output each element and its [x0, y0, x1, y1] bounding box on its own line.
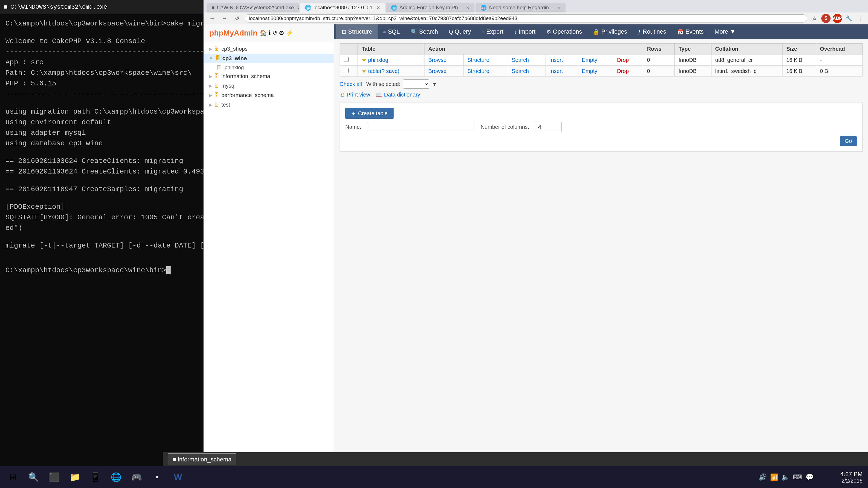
tab-localhost-close[interactable]: ✕ — [376, 5, 380, 10]
refresh-button[interactable]: ↺ — [232, 14, 242, 23]
phinxlog-structure-link[interactable]: Structure — [467, 57, 489, 63]
tab-fk-close[interactable]: ✕ — [466, 5, 469, 10]
console-tab[interactable]: ■ information_schema — [168, 453, 236, 465]
nav-export[interactable]: ↑ Export — [476, 24, 509, 39]
table2-checkbox[interactable] — [344, 68, 348, 73]
sidebar-item-mysql[interactable]: ▶ 🗄 mysql — [204, 81, 334, 91]
pma-home-icon[interactable]: 🏠 — [259, 30, 267, 37]
extension-icon[interactable]: 🔧 — [844, 14, 854, 23]
table2-empty-cell: Empty — [578, 66, 613, 77]
nav-operations[interactable]: ⚙ Operations — [541, 24, 588, 39]
sidebar-item-performance[interactable]: ▶ 🗄 performance_schema — [204, 91, 334, 100]
nav-import[interactable]: ↓ Import — [509, 24, 541, 39]
more-nav-icon: ▼ — [730, 28, 736, 35]
data-dictionary-link[interactable]: 📖 Data dictionary — [376, 91, 420, 98]
search-nav-icon: 🔍 — [411, 29, 417, 35]
nav-routines[interactable]: ƒ Routines — [632, 24, 672, 39]
table2-drop-link[interactable]: Drop — [617, 68, 629, 74]
table-cols-input[interactable] — [535, 122, 562, 132]
table2-insert-link[interactable]: Insert — [549, 68, 563, 74]
user-profile-btn[interactable]: S — [822, 14, 831, 23]
systray: 🔊 📶 🔈 ⌨ 💬 — [759, 474, 814, 481]
pma-exit-icon[interactable]: ⚡ — [286, 30, 293, 37]
phinxlog-name-link[interactable]: phinxlog — [368, 57, 389, 63]
privileges-nav-label: Privileges — [601, 28, 627, 35]
terminal-taskbar-button[interactable]: ▪ — [148, 468, 167, 486]
bookmark-icon[interactable]: ☆ — [810, 14, 819, 23]
table-name-input[interactable] — [367, 122, 475, 132]
word-icon: W — [174, 472, 182, 482]
nav-events[interactable]: 📅 Events — [672, 24, 709, 39]
export-nav-label: Export — [486, 28, 503, 35]
pma-db-list: ▶ 🗄 cp3_shops ▼ 🗄 cp3_wine 📋 phinxlog ▶ … — [204, 42, 334, 112]
xbox-button[interactable]: 🎮 — [127, 468, 147, 486]
phinxlog-drop-link[interactable]: Drop — [617, 57, 629, 63]
nav-privileges[interactable]: 🔒 Privileges — [588, 24, 632, 39]
check-all-link[interactable]: Check all — [340, 81, 362, 87]
create-table-button[interactable]: ⊞ Create table — [345, 108, 394, 119]
table2-browse-link[interactable]: Browse — [428, 68, 446, 74]
task-view-button[interactable]: ⬛ — [44, 468, 64, 486]
chrome-button[interactable]: 🌐 — [106, 468, 126, 486]
import-nav-label: Import — [519, 28, 535, 35]
table2-empty-link[interactable]: Empty — [582, 68, 597, 74]
phinxlog-empty-link[interactable]: Empty — [582, 57, 597, 63]
adblock-icon[interactable]: ABP — [833, 14, 842, 23]
phinxlog-insert-link[interactable]: Insert — [549, 57, 563, 63]
table2-structure-link[interactable]: Structure — [467, 68, 489, 74]
sidebar-table-phinxlog[interactable]: 📋 phinxlog — [204, 63, 334, 72]
taskbar: ⊞ 🔍 ⬛ 📁 📱 🌐 🎮 ▪ W 🔊 📶 🔈 ⌨ 💬 4:27 PM 2/2/… — [0, 466, 868, 488]
browser-chrome: ■ C:\WINDOWS\system32\cmd.exe ✕ 🌐 localh… — [204, 0, 868, 24]
phinxlog-checkbox[interactable] — [344, 57, 348, 62]
search-taskbar-button[interactable]: 🔍 — [24, 468, 43, 486]
create-table-form: Name: Number of columns: — [345, 122, 857, 132]
create-table-go-row: Go — [345, 136, 857, 146]
phone-button[interactable]: 📱 — [86, 468, 105, 486]
start-button[interactable]: ⊞ — [3, 468, 23, 486]
browser-tab-fk[interactable]: 🌐 Adding Foreign Key in Ph... ✕ — [386, 3, 474, 12]
sidebar-item-information_schema[interactable]: ▶ 🗄 information_schema — [204, 72, 334, 81]
phinxlog-star-icon[interactable]: ★ — [362, 57, 367, 63]
th-action: Action — [425, 44, 643, 55]
sidebar-item-test[interactable]: ▶ 🗄 test — [204, 100, 334, 109]
expand-icon-cp3_wine: ▼ — [209, 56, 213, 61]
phinxlog-search-link[interactable]: Search — [512, 57, 529, 63]
tab-cmd-close[interactable]: ✕ — [298, 5, 299, 10]
pma-settings-icon[interactable]: ⚙ — [279, 30, 284, 37]
browser-toolbar: ← → ↺ localhost:8080/phpmyadmin/db_struc… — [204, 12, 868, 24]
notification-icon: 💬 — [806, 474, 814, 481]
nav-search[interactable]: 🔍 Search — [405, 24, 443, 39]
terminal-taskbar-icon: ▪ — [156, 473, 159, 482]
nav-structure[interactable]: ⊞ Structure — [336, 24, 378, 39]
url-bar[interactable]: localhost:8080/phpmyadmin/db_structure.p… — [245, 14, 807, 23]
browser-tab-cmd[interactable]: ■ C:\WINDOWS\system32\cmd.exe ✕ — [207, 3, 299, 12]
pma-refresh-icon[interactable]: ↺ — [272, 30, 277, 37]
phinxlog-browse-link[interactable]: Browse — [428, 57, 446, 63]
sidebar-item-cp3_shops[interactable]: ▶ 🗄 cp3_shops — [204, 44, 334, 54]
table2-star-icon[interactable]: ★ — [362, 68, 367, 74]
create-table-go-btn[interactable]: Go — [840, 136, 857, 146]
phinxlog-type-cell: InnoDB — [675, 55, 711, 66]
word-button[interactable]: W — [168, 468, 188, 486]
explorer-button[interactable]: 📁 — [65, 468, 85, 486]
tab-help-close[interactable]: ✕ — [557, 5, 561, 10]
tab-help-label: Need some help Regardin... — [489, 5, 553, 10]
nav-sql[interactable]: ≡ SQL — [378, 24, 405, 39]
sidebar-item-cp3_wine[interactable]: ▼ 🗄 cp3_wine — [204, 54, 334, 63]
expand-icon-cp3_shops: ▶ — [209, 46, 212, 52]
back-button[interactable]: ← — [207, 14, 217, 23]
query-nav-icon: Q — [449, 29, 453, 35]
print-view-link[interactable]: 🖨 Print view — [340, 92, 370, 98]
browser-tab-localhost[interactable]: 🌐 localhost:8080 / 127.0.0.1 ✕ — [300, 3, 385, 12]
nav-query[interactable]: Q Query — [443, 24, 476, 39]
pma-info-icon[interactable]: ℹ — [269, 30, 271, 37]
table2-search-link[interactable]: Search — [512, 68, 529, 74]
search-taskbar-icon: 🔍 — [28, 472, 39, 482]
forward-button[interactable]: → — [220, 14, 229, 23]
menu-icon[interactable]: ⋮ — [856, 14, 865, 23]
table2-name-link[interactable]: table(? save) — [368, 68, 400, 74]
browser-tab-help[interactable]: 🌐 Need some help Regardin... ✕ — [475, 3, 565, 12]
with-selected-dropdown[interactable]: Export Drop Empty — [403, 79, 429, 89]
nav-more[interactable]: More ▼ — [709, 24, 741, 39]
th-overhead: Overhead — [816, 44, 862, 55]
